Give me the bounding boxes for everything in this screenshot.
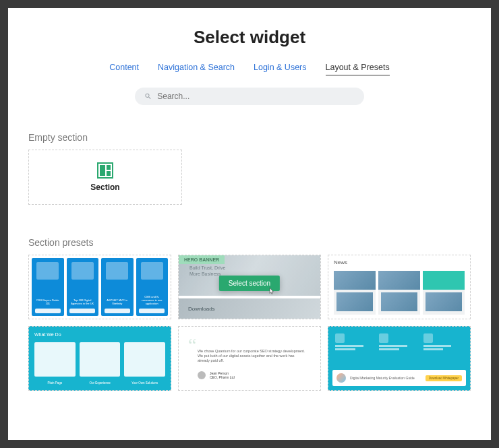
download-pill: Download Whitepaper: [425, 375, 462, 381]
empty-section-card[interactable]: Section: [28, 150, 182, 205]
search-input[interactable]: [157, 92, 355, 101]
preset-cta[interactable]: Digital Marketing Maturity Evaluation Gu…: [328, 326, 471, 391]
select-widget-modal: Select widget Content Navigation & Searc…: [8, 8, 491, 440]
modal-title: Select widget: [28, 27, 471, 48]
preset-cards[interactable]: CSS Buyers Guide 101 Top 100 Digital Age…: [28, 255, 171, 319]
tab-layout-presets[interactable]: Layout & Presets: [326, 63, 390, 75]
avatar: [198, 371, 206, 379]
presets-grid: CSS Buyers Guide 101 Top 100 Digital Age…: [28, 255, 471, 391]
quote-icon: “: [188, 338, 196, 352]
preset-hero-banner[interactable]: HERO BANNER Build Trust, Drive More Busi…: [178, 255, 321, 319]
tab-bar: Content Navigation & Search Login & User…: [28, 63, 471, 75]
empty-section-heading: Empty section: [28, 132, 471, 143]
search-icon: [144, 92, 152, 100]
preset-what-we-do[interactable]: What We Do Plain Page Our Experience You…: [28, 326, 171, 391]
preset-news[interactable]: News Quantum Press releases Quantum's Ne…: [328, 255, 471, 319]
cursor-icon: [267, 286, 276, 297]
preset-quote[interactable]: “ We chose Quantum for our corporate SEO…: [178, 326, 321, 391]
empty-section-label: Section: [90, 183, 119, 192]
tab-navigation-search[interactable]: Navigation & Search: [158, 63, 235, 75]
hero-badge: HERO BANNER: [179, 255, 225, 264]
logo-icon: [336, 373, 346, 383]
hero-downloads: Downloads: [179, 298, 320, 319]
section-icon: [97, 162, 113, 179]
tab-login-users[interactable]: Login & Users: [254, 63, 307, 75]
tab-content[interactable]: Content: [109, 63, 139, 75]
search-field[interactable]: [135, 88, 364, 105]
section-presets-heading: Section presets: [28, 237, 471, 248]
